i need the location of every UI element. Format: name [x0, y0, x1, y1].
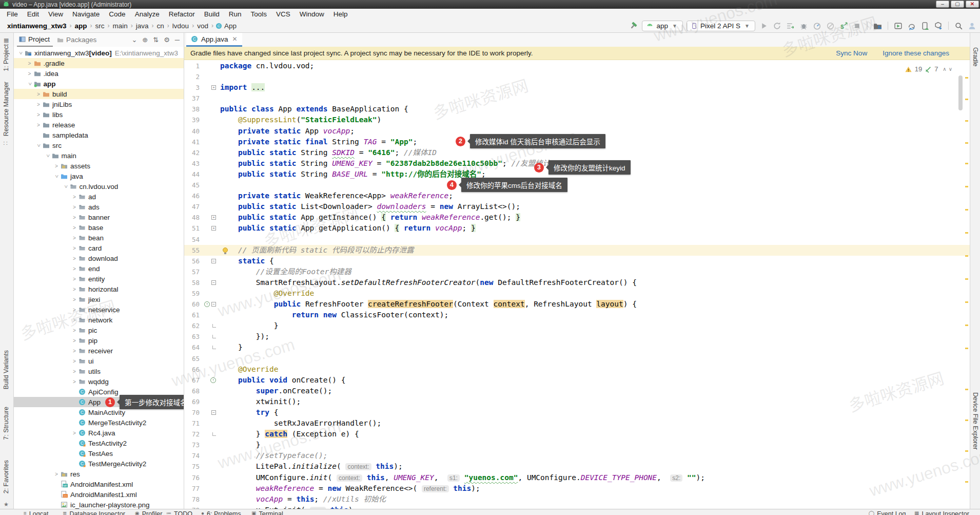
- statusbar-event-log[interactable]: ◯Event Log: [869, 510, 906, 515]
- tree-item-netservice[interactable]: >netservice: [14, 304, 184, 315]
- chevron-collapsed-icon[interactable]: >: [71, 430, 78, 436]
- tree-item-AndroidManifest1.xml[interactable]: <>AndroidManifest1.xml: [14, 489, 184, 500]
- tree-item-utils[interactable]: >utils: [14, 366, 184, 376]
- chevron-collapsed-icon[interactable]: >: [26, 71, 33, 77]
- tree-item-libs[interactable]: >libs: [14, 109, 184, 120]
- line-number[interactable]: 64: [184, 342, 200, 353]
- sdk-manager-icon[interactable]: [933, 21, 943, 31]
- fold-collapse-icon[interactable]: −: [211, 302, 216, 307]
- chevron-collapsed-icon[interactable]: >: [71, 245, 78, 251]
- prev-next-chevrons[interactable]: ∧∨: [943, 66, 954, 72]
- ignore-changes-link[interactable]: Ignore these changes: [883, 49, 949, 57]
- minimize-button[interactable]: –: [936, 1, 949, 8]
- statusbar-profiler[interactable]: ◉Profiler: [135, 510, 162, 515]
- line-number[interactable]: 68: [184, 386, 200, 396]
- tree-item-src[interactable]: >src: [14, 140, 184, 150]
- line-number[interactable]: 72: [184, 429, 200, 440]
- statusbar-6-problems[interactable]: ●6: Problems: [201, 510, 241, 515]
- menu-edit[interactable]: Edit: [23, 10, 44, 18]
- tree-item-base[interactable]: >base: [14, 222, 184, 233]
- close-button[interactable]: ✕: [966, 1, 979, 8]
- line-number[interactable]: 70: [184, 407, 200, 418]
- tree-item-.idea[interactable]: >.idea: [14, 68, 184, 79]
- breadcrumb-item-src[interactable]: src: [94, 22, 106, 30]
- line-number[interactable]: 54: [184, 234, 200, 245]
- search-everywhere-icon[interactable]: [954, 21, 964, 31]
- tree-item-.gradle[interactable]: >.gradle: [14, 58, 184, 68]
- statusbar-layout-inspector[interactable]: ▦Layout Inspector: [914, 510, 969, 515]
- breadcrumb-item-xintianweng_xtw3[interactable]: xintianweng_xtw3: [6, 22, 68, 30]
- code-line-45[interactable]: 45: [184, 180, 970, 190]
- statusbar-terminal[interactable]: ▣Terminal: [251, 510, 283, 515]
- code-line-60[interactable]: 60↑− public RefreshFooter createRefreshF…: [184, 299, 970, 310]
- fold-end-icon[interactable]: [212, 346, 216, 349]
- tree-item-xintianweng_xtw3[interactable]: >xintianweng_xtw3 [video]E:\xintianweng_…: [14, 48, 184, 58]
- code-line-76[interactable]: 76 UMConfigure.init( context: this, UMEN…: [184, 472, 970, 483]
- tool-button-build-variants[interactable]: Build Variants: [3, 350, 10, 389]
- code-line-65[interactable]: 65: [184, 353, 970, 364]
- line-number[interactable]: 79: [184, 505, 200, 509]
- tree-item-TestMergeActivity2[interactable]: CTestMergeActivity2: [14, 459, 184, 469]
- statusbar-database-inspector[interactable]: ≣Database Inspector: [63, 510, 125, 515]
- chevron-collapsed-icon[interactable]: >: [71, 379, 78, 385]
- chevron-expanded-icon[interactable]: >: [27, 80, 32, 87]
- code-line-42[interactable]: 42 public static String SDKID = "6416"; …: [184, 147, 970, 158]
- code-line-69[interactable]: 69 xtwinit();: [184, 396, 970, 407]
- run-configuration-select[interactable]: app ▼: [642, 21, 683, 31]
- menu-file[interactable]: File: [2, 10, 23, 18]
- chevron-collapsed-icon[interactable]: >: [71, 348, 78, 354]
- line-number[interactable]: 60: [184, 299, 200, 310]
- tree-item-horizontal[interactable]: >horizontal: [14, 284, 184, 294]
- code-line-56[interactable]: 56− static {: [184, 256, 970, 266]
- chevron-collapsed-icon[interactable]: >: [71, 204, 78, 210]
- line-number[interactable]: 74: [184, 450, 200, 461]
- chevron-collapsed-icon[interactable]: >: [71, 307, 78, 313]
- menu-tools[interactable]: Tools: [246, 10, 272, 18]
- chevron-collapsed-icon[interactable]: >: [53, 163, 60, 169]
- line-number[interactable]: 2: [184, 71, 200, 82]
- chevron-collapsed-icon[interactable]: >: [35, 102, 42, 107]
- code-line-63[interactable]: 63 });: [184, 331, 970, 342]
- chevron-collapsed-icon[interactable]: >: [71, 369, 78, 374]
- menu-code[interactable]: Code: [104, 10, 130, 18]
- chevron-collapsed-icon[interactable]: >: [71, 256, 78, 261]
- code-line-2[interactable]: 2: [184, 71, 970, 82]
- breadcrumb-item-app[interactable]: app: [74, 22, 88, 30]
- tree-item-build[interactable]: >build: [14, 89, 184, 99]
- tree-item-ad[interactable]: >ad: [14, 192, 184, 202]
- line-number[interactable]: 56: [184, 256, 200, 266]
- chevron-collapsed-icon[interactable]: >: [71, 266, 78, 272]
- line-number[interactable]: 77: [184, 483, 200, 494]
- breadcrumb-item-lvdou[interactable]: lvdou: [171, 22, 190, 30]
- tool-button-structure[interactable]: 7: Structure: [3, 407, 10, 440]
- menu-help[interactable]: Help: [329, 10, 352, 18]
- breadcrumb-item-vod[interactable]: vod: [196, 22, 209, 30]
- tree-item-wqddg[interactable]: >wqddg: [14, 376, 184, 387]
- device-file-explorer-icon[interactable]: [873, 21, 883, 31]
- debug-icon[interactable]: [799, 21, 809, 31]
- code-line-39[interactable]: 39 @SuppressLint("StaticFieldLeak"): [184, 115, 970, 125]
- override-method-icon[interactable]: ↑: [204, 301, 210, 307]
- locate-icon[interactable]: ⊕: [142, 36, 148, 44]
- code-line-62[interactable]: 62 }: [184, 320, 970, 331]
- chevron-collapsed-icon[interactable]: >: [53, 471, 60, 477]
- line-number[interactable]: 46: [184, 190, 200, 201]
- tree-item-card[interactable]: >card: [14, 243, 184, 253]
- fold-expand-icon[interactable]: +: [211, 215, 216, 220]
- menu-refactor[interactable]: Refactor: [164, 10, 200, 18]
- fold-end-icon[interactable]: [212, 335, 216, 338]
- statusbar-logcat[interactable]: ≡Logcat: [24, 510, 48, 515]
- chevron-collapsed-icon[interactable]: >: [71, 194, 78, 200]
- code-line-68[interactable]: 68 super.onCreate();: [184, 386, 970, 396]
- editor-scrollbar-thumb[interactable]: [958, 75, 963, 110]
- chevron-expanded-icon[interactable]: >: [45, 152, 50, 159]
- profile-cpu-icon[interactable]: $: [839, 21, 849, 31]
- line-number[interactable]: 45: [184, 180, 200, 190]
- rerun-icon[interactable]: [772, 21, 782, 31]
- apply-changes-icon[interactable]: [786, 21, 795, 31]
- maximize-button[interactable]: ▢: [951, 1, 964, 8]
- editor-tab-appjava[interactable]: C App.java ✕: [186, 33, 242, 47]
- code-line-46[interactable]: 46 private static WeakReference<App> wea…: [184, 190, 970, 201]
- chevron-collapsed-icon[interactable]: >: [71, 297, 78, 302]
- user-profile-icon[interactable]: [967, 21, 977, 31]
